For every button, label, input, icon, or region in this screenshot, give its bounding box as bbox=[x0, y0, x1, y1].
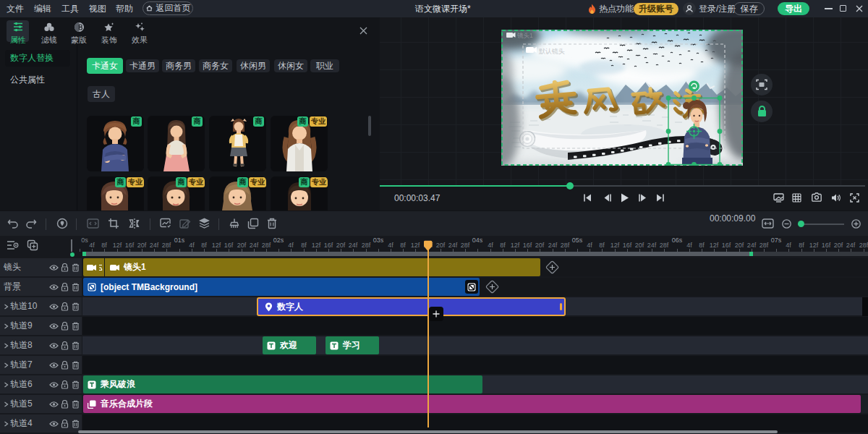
svg-text:镜头1: 镜头1 bbox=[516, 32, 533, 39]
svg-text:默认镜头: 默认镜头 bbox=[538, 48, 565, 55]
